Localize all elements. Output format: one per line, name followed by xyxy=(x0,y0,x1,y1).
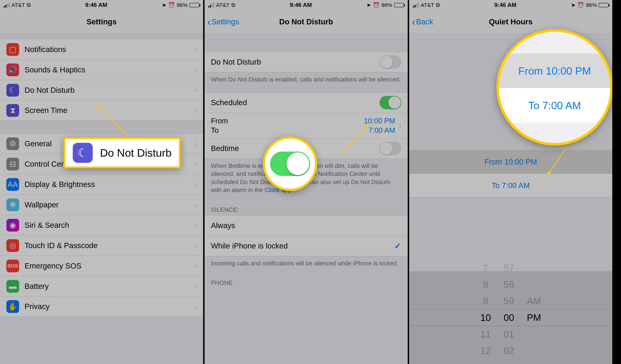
callout-from-row: From 10:00 PM xyxy=(499,53,610,88)
battery-icon xyxy=(394,3,404,7)
status-bar: AT&T ⧉ 9:46 AM ➤ ⏰ 96% xyxy=(0,0,203,10)
status-time: 9:46 AM xyxy=(85,2,107,8)
callout-quiet-hours-zoom: From 10:00 PM To 7:00 AM xyxy=(497,29,613,146)
row-wallpaper[interactable]: ❋ Wallpaper › xyxy=(0,194,203,215)
row-quiet-from[interactable]: From 10:00 PM xyxy=(409,150,612,174)
row-label: Emergency SOS xyxy=(25,261,190,270)
page-title: Do Not Disturb xyxy=(279,17,333,26)
row-silence-locked[interactable]: While iPhone is locked ✓ xyxy=(205,236,408,256)
picker-option: 8 xyxy=(483,276,488,293)
row-siri[interactable]: ◉ Siri & Search › xyxy=(0,215,203,235)
back-button[interactable]: ‹ Settings xyxy=(207,17,239,27)
row-scheduled-toggle[interactable]: Scheduled xyxy=(205,92,408,113)
picker-ampm[interactable]: AM PM xyxy=(527,293,541,343)
dnd-footer: When Do Not Disturb is enabled, calls an… xyxy=(205,72,408,87)
row-label: Battery xyxy=(25,282,190,291)
notifications-icon: ▢ xyxy=(6,43,19,56)
text-size-icon: AA xyxy=(6,178,19,191)
chevron-right-icon: › xyxy=(399,121,401,130)
picker-hours[interactable]: 7 8 9 10 11 12 1 xyxy=(481,260,491,364)
silence-header: SILENCE: xyxy=(205,203,408,215)
picker-option: 58 xyxy=(504,276,514,293)
battery-percent: 96% xyxy=(381,2,392,8)
location-icon: ➤ xyxy=(571,2,576,8)
row-label: Always xyxy=(211,221,401,230)
row-label: Siri & Search xyxy=(25,221,190,230)
chevron-right-icon: › xyxy=(194,66,197,74)
row-label: Do Not Disturb xyxy=(25,86,190,95)
picker-option: 9 xyxy=(483,293,488,310)
back-label: Settings xyxy=(211,17,239,26)
row-display[interactable]: AA Display & Brightness › xyxy=(0,174,203,194)
screen-quiet-hours: AT&T ⧉ 9:46 AM ➤ ⏰ 96% ‹ Back Quiet Hour… xyxy=(409,0,614,364)
picker-option: 59 xyxy=(504,293,514,310)
bedtime-toggle[interactable] xyxy=(380,142,401,155)
dnd-toggle[interactable] xyxy=(380,55,401,69)
picker-option: 02 xyxy=(504,343,514,359)
picker-option: 57 xyxy=(504,260,514,276)
row-sounds[interactable]: 🔊 Sounds & Haptics › xyxy=(0,59,203,80)
row-label: Notifications xyxy=(25,45,190,54)
switches-icon: ⊟ xyxy=(6,158,19,171)
picker-option: 12 xyxy=(481,343,491,359)
hourglass-icon: ⧗ xyxy=(6,104,19,117)
row-dnd-toggle[interactable]: Do Not Disturb xyxy=(205,52,408,72)
alarm-icon: ⏰ xyxy=(577,2,584,8)
chevron-right-icon: › xyxy=(194,302,197,311)
back-label: Back xyxy=(416,17,433,26)
nav-bar: ‹ Settings Do Not Disturb xyxy=(205,10,408,34)
chevron-left-icon: ‹ xyxy=(207,17,211,27)
chevron-right-icon: › xyxy=(194,180,197,189)
battery-icon xyxy=(599,3,609,7)
row-touchid[interactable]: ◎ Touch ID & Passcode › xyxy=(0,235,203,256)
to-value: 7:00 AM xyxy=(364,125,395,135)
row-privacy[interactable]: ✋ Privacy › xyxy=(0,296,203,317)
callout-label: Do Not Disturb xyxy=(100,147,172,159)
phone-header: PHONE xyxy=(205,276,408,289)
toggle-on-icon xyxy=(270,152,310,176)
settings-group-1: ▢ Notifications › 🔊 Sounds & Haptics › ☾… xyxy=(0,39,203,121)
row-label: Privacy xyxy=(25,302,190,311)
carrier-label: AT&T xyxy=(11,2,25,8)
chevron-left-icon: ‹ xyxy=(412,17,415,27)
callout-do-not-disturb: ☾ Do Not Disturb xyxy=(64,137,181,168)
page-title: Settings xyxy=(86,17,117,26)
row-label: Wallpaper xyxy=(25,200,190,209)
cell-signal-icon xyxy=(208,3,214,7)
silence-section: Always While iPhone is locked ✓ xyxy=(205,215,408,256)
wifi-icon: ⧉ xyxy=(27,2,31,8)
chevron-right-icon: › xyxy=(194,261,197,270)
chevron-right-icon: › xyxy=(194,160,197,169)
chevron-right-icon: › xyxy=(194,200,197,209)
scheduled-toggle[interactable] xyxy=(380,96,401,109)
screen-settings: AT&T ⧉ 9:46 AM ➤ ⏰ 96% Settings ▢ Notifi… xyxy=(0,0,205,364)
chevron-right-icon: › xyxy=(194,106,197,115)
picker-minutes[interactable]: 57 58 59 00 01 02 03 xyxy=(504,260,514,364)
flower-icon: ❋ xyxy=(6,198,19,211)
picker-option: 03 xyxy=(504,359,514,364)
row-sos[interactable]: SOS Emergency SOS › xyxy=(0,256,203,276)
row-label: While iPhone is locked xyxy=(211,242,394,250)
dnd-main-section: Do Not Disturb xyxy=(205,52,408,72)
row-notifications[interactable]: ▢ Notifications › xyxy=(0,39,203,59)
alarm-icon: ⏰ xyxy=(373,2,380,8)
row-battery[interactable]: ▬ Battery › xyxy=(0,276,203,296)
back-button[interactable]: ‹ Back xyxy=(412,17,433,27)
wifi-icon: ⧉ xyxy=(231,2,235,8)
row-schedule-times[interactable]: From To 10:00 PM 7:00 AM › xyxy=(205,113,408,138)
row-screen-time[interactable]: ⧗ Screen Time › xyxy=(0,100,203,121)
callout-to-row: To 7:00 AM xyxy=(499,88,610,123)
row-do-not-disturb[interactable]: ☾ Do Not Disturb › xyxy=(0,80,203,100)
to-label: To xyxy=(211,125,364,135)
status-bar: AT&T ⧉ 9:46 AM ➤ ⏰ 96% xyxy=(409,0,612,10)
from-row-label: From 10:00 PM xyxy=(484,157,537,166)
row-label: Sounds & Haptics xyxy=(25,66,190,74)
row-silence-always[interactable]: Always xyxy=(205,215,408,236)
callout-scheduled-toggle xyxy=(263,137,317,191)
picker-selected: 00 xyxy=(504,310,514,326)
sos-icon: SOS xyxy=(6,260,19,272)
sounds-icon: 🔊 xyxy=(6,64,19,76)
carrier-label: AT&T xyxy=(216,2,229,8)
row-quiet-to[interactable]: To 7:00 AM xyxy=(409,174,612,197)
time-picker[interactable]: 7 8 9 10 11 12 1 57 58 59 00 01 02 03 AM… xyxy=(409,271,612,364)
